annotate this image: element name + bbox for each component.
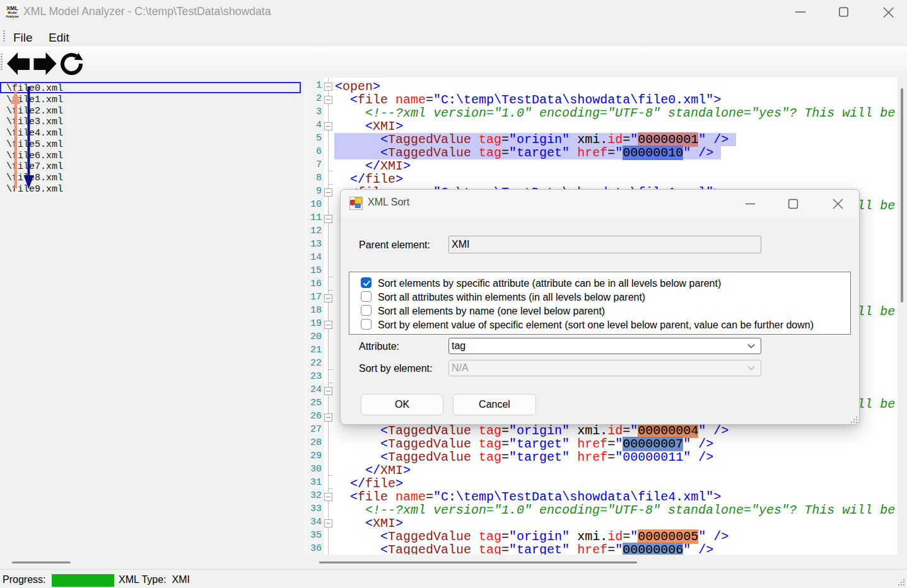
svg-text:Analyzer: Analyzer [6,14,19,18]
